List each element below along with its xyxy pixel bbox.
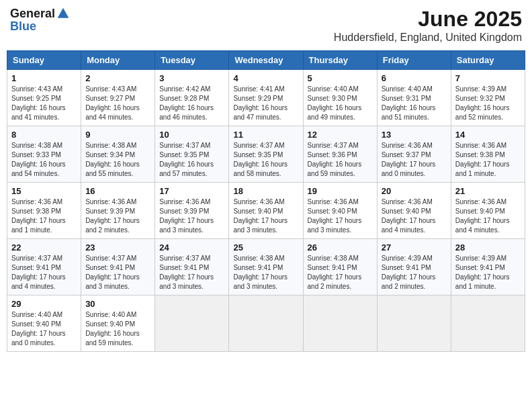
calendar-week-row: 29Sunrise: 4:40 AMSunset: 9:40 PMDayligh… [7,295,525,352]
day-info: Sunrise: 4:36 AMSunset: 9:38 PMDaylight:… [11,197,77,235]
day-number: 5 [308,73,373,83]
calendar-cell: 12Sunrise: 4:37 AMSunset: 9:36 PMDayligh… [303,126,377,183]
day-info: Sunrise: 4:38 AMSunset: 9:34 PMDaylight:… [85,141,150,179]
calendar: SundayMondayTuesdayWednesdayThursdayFrid… [7,50,525,352]
day-number: 2 [85,73,150,83]
calendar-cell: 10Sunrise: 4:37 AMSunset: 9:35 PMDayligh… [155,126,229,183]
day-number: 13 [382,130,447,140]
calendar-cell: 9Sunrise: 4:38 AMSunset: 9:34 PMDaylight… [81,126,155,183]
day-number: 30 [85,299,150,309]
location-title: Huddersfield, England, United Kingdom [334,32,522,44]
day-info: Sunrise: 4:36 AMSunset: 9:39 PMDaylight:… [85,197,150,235]
calendar-cell: 8Sunrise: 4:38 AMSunset: 9:33 PMDaylight… [7,126,81,183]
day-number: 25 [233,242,298,253]
day-info: Sunrise: 4:37 AMSunset: 9:35 PMDaylight:… [159,141,224,179]
calendar-cell: 3Sunrise: 4:42 AMSunset: 9:28 PMDaylight… [155,70,229,126]
day-number: 28 [455,242,521,253]
day-number: 14 [455,130,521,140]
calendar-week-row: 22Sunrise: 4:37 AMSunset: 9:41 PMDayligh… [7,239,525,295]
calendar-weekday-tuesday: Tuesday [155,51,229,70]
day-number: 4 [233,73,298,83]
calendar-cell: 19Sunrise: 4:36 AMSunset: 9:40 PMDayligh… [303,183,377,239]
day-number: 15 [11,186,77,196]
calendar-cell: 17Sunrise: 4:36 AMSunset: 9:39 PMDayligh… [155,183,229,239]
calendar-weekday-sunday: Sunday [7,51,81,70]
day-info: Sunrise: 4:36 AMSunset: 9:39 PMDaylight:… [159,197,224,235]
calendar-cell [229,295,303,352]
calendar-cell: 1Sunrise: 4:43 AMSunset: 9:25 PMDaylight… [7,70,81,126]
day-info: Sunrise: 4:36 AMSunset: 9:40 PMDaylight:… [233,197,298,235]
day-number: 29 [11,299,77,309]
calendar-weekday-saturday: Saturday [451,51,525,70]
calendar-cell: 15Sunrise: 4:36 AMSunset: 9:38 PMDayligh… [7,183,81,239]
day-info: Sunrise: 4:39 AMSunset: 9:41 PMDaylight:… [382,254,447,291]
header: General Blue June 2025 Huddersfield, Eng… [7,7,525,44]
calendar-weekday-wednesday: Wednesday [229,51,303,70]
calendar-cell: 4Sunrise: 4:41 AMSunset: 9:29 PMDaylight… [229,70,303,126]
calendar-cell: 14Sunrise: 4:36 AMSunset: 9:38 PMDayligh… [451,126,525,183]
calendar-cell [303,295,377,352]
day-info: Sunrise: 4:40 AMSunset: 9:31 PMDaylight:… [382,85,447,122]
day-info: Sunrise: 4:42 AMSunset: 9:28 PMDaylight:… [159,85,224,122]
calendar-cell: 25Sunrise: 4:38 AMSunset: 9:41 PMDayligh… [229,239,303,295]
day-info: Sunrise: 4:43 AMSunset: 9:25 PMDaylight:… [11,85,77,122]
calendar-cell: 26Sunrise: 4:38 AMSunset: 9:41 PMDayligh… [303,239,377,295]
day-number: 8 [11,130,77,140]
day-info: Sunrise: 4:37 AMSunset: 9:41 PMDaylight:… [11,254,77,291]
calendar-cell: 29Sunrise: 4:40 AMSunset: 9:40 PMDayligh… [7,295,81,352]
calendar-cell: 24Sunrise: 4:37 AMSunset: 9:41 PMDayligh… [155,239,229,295]
calendar-cell [377,295,451,352]
calendar-cell: 13Sunrise: 4:36 AMSunset: 9:37 PMDayligh… [377,126,451,183]
calendar-cell: 2Sunrise: 4:43 AMSunset: 9:27 PMDaylight… [81,70,155,126]
calendar-week-row: 15Sunrise: 4:36 AMSunset: 9:38 PMDayligh… [7,183,525,239]
calendar-cell: 16Sunrise: 4:36 AMSunset: 9:39 PMDayligh… [81,183,155,239]
calendar-cell: 21Sunrise: 4:36 AMSunset: 9:40 PMDayligh… [451,183,525,239]
day-number: 22 [11,242,77,253]
calendar-weekday-friday: Friday [377,51,451,70]
day-info: Sunrise: 4:36 AMSunset: 9:37 PMDaylight:… [382,141,447,179]
calendar-week-row: 8Sunrise: 4:38 AMSunset: 9:33 PMDaylight… [7,126,525,183]
day-info: Sunrise: 4:41 AMSunset: 9:29 PMDaylight:… [233,85,298,122]
calendar-cell: 6Sunrise: 4:40 AMSunset: 9:31 PMDaylight… [377,70,451,126]
day-info: Sunrise: 4:36 AMSunset: 9:38 PMDaylight:… [455,141,521,179]
day-number: 24 [159,242,224,253]
day-info: Sunrise: 4:36 AMSunset: 9:40 PMDaylight:… [382,197,447,235]
calendar-header-row: SundayMondayTuesdayWednesdayThursdayFrid… [7,51,525,70]
calendar-cell: 20Sunrise: 4:36 AMSunset: 9:40 PMDayligh… [377,183,451,239]
day-number: 20 [382,186,447,196]
logo-icon [56,7,70,20]
day-number: 12 [308,130,373,140]
day-info: Sunrise: 4:39 AMSunset: 9:32 PMDaylight:… [455,85,521,122]
calendar-cell: 11Sunrise: 4:37 AMSunset: 9:35 PMDayligh… [229,126,303,183]
calendar-week-row: 1Sunrise: 4:43 AMSunset: 9:25 PMDaylight… [7,70,525,126]
calendar-cell [155,295,229,352]
day-info: Sunrise: 4:40 AMSunset: 9:40 PMDaylight:… [85,310,150,348]
calendar-cell: 27Sunrise: 4:39 AMSunset: 9:41 PMDayligh… [377,239,451,295]
day-number: 1 [11,73,77,83]
logo-general-text: General [10,7,55,19]
day-number: 18 [233,186,298,196]
day-number: 21 [455,186,521,196]
day-info: Sunrise: 4:38 AMSunset: 9:41 PMDaylight:… [308,254,373,291]
day-number: 17 [159,186,224,196]
logo: General Blue [10,7,70,33]
day-info: Sunrise: 4:37 AMSunset: 9:41 PMDaylight:… [159,254,224,291]
calendar-cell: 7Sunrise: 4:39 AMSunset: 9:32 PMDaylight… [451,70,525,126]
calendar-cell: 23Sunrise: 4:37 AMSunset: 9:41 PMDayligh… [81,239,155,295]
day-info: Sunrise: 4:37 AMSunset: 9:36 PMDaylight:… [308,141,373,179]
calendar-cell: 30Sunrise: 4:40 AMSunset: 9:40 PMDayligh… [81,295,155,352]
day-number: 23 [85,242,150,253]
day-number: 19 [308,186,373,196]
calendar-weekday-thursday: Thursday [303,51,377,70]
day-info: Sunrise: 4:40 AMSunset: 9:30 PMDaylight:… [308,85,373,122]
day-number: 10 [159,130,224,140]
svg-marker-0 [58,8,69,18]
day-number: 26 [308,242,373,253]
day-info: Sunrise: 4:36 AMSunset: 9:40 PMDaylight:… [308,197,373,235]
day-info: Sunrise: 4:39 AMSunset: 9:41 PMDaylight:… [455,254,521,291]
day-info: Sunrise: 4:38 AMSunset: 9:33 PMDaylight:… [11,141,77,179]
day-number: 11 [233,130,298,140]
calendar-weekday-monday: Monday [81,51,155,70]
month-title: June 2025 [334,7,522,32]
title-area: June 2025 Huddersfield, England, United … [334,7,522,44]
